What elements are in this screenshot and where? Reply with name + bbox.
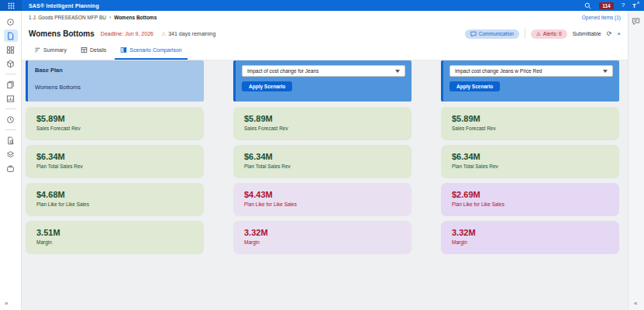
metric-label: Sales Forecast Rev [36, 126, 193, 131]
tab-details-label: Details [90, 47, 106, 53]
breadcrumb-current: Womens Bottoms [114, 15, 157, 20]
apps-grid-button[interactable] [0, 0, 22, 11]
sidebar-expand-button[interactable]: » [5, 300, 8, 307]
breadcrumb-parent[interactable]: 1 J. Goods PRESEASON MFP BU [29, 15, 106, 20]
metric-label: Sales Forecast Rev [244, 126, 401, 131]
sidebar-item-audit[interactable] [4, 134, 18, 146]
metric-value: $6.34M [244, 152, 401, 161]
days-remaining-text: 341 days remaining [168, 31, 215, 36]
top-app-bar: SAS® Intelligent Planning 114 ? T˄ [0, 0, 644, 11]
scenario1-header-card: Impact of cost change for Jeans Apply Sc… [233, 60, 412, 102]
metric-card: $4.68M Plan Like for Like Sales [26, 183, 204, 216]
metric-value: $2.69M [452, 190, 608, 199]
clock-icon [6, 115, 15, 124]
metric-card: $6.34M Plan Total Sales Rev [441, 145, 619, 178]
metric-value: $4.43M [244, 190, 401, 199]
sidebar-divider [5, 74, 16, 74]
apps-grid-icon [8, 2, 15, 9]
sidebar-item-plans[interactable] [4, 29, 18, 42]
metric-card: 3.51M Margin [26, 221, 204, 254]
metric-value: 3.32M [452, 228, 608, 237]
metric-value: 3.51M [36, 228, 193, 237]
layers-icon [6, 150, 15, 159]
scenario1-dropdown[interactable]: Impact of cost change for Jeans [242, 65, 405, 77]
metric-label: Plan Like for Like Sales [452, 202, 608, 207]
metric-label: Plan Total Sales Rev [244, 164, 401, 169]
tab-details[interactable]: Details [75, 43, 112, 60]
tab-scenario-comparison-label: Scenario Comparison [129, 47, 181, 53]
deadline-text: Deadline: Jun 9, 2026 [101, 31, 153, 36]
metric-label: Margin [36, 239, 193, 245]
left-sidebar: » [0, 11, 22, 310]
metric-label: Plan Total Sales Rev [36, 164, 193, 169]
notification-badge[interactable]: 114 [599, 2, 614, 9]
scenario-comparison-board: Base Plan Womens Bottoms $5.89M Sales Fo… [22, 60, 628, 310]
tab-summary[interactable]: Summary [29, 43, 72, 60]
base-plan-header-card[interactable]: Base Plan Womens Bottoms [26, 60, 204, 102]
metric-value: $6.34M [452, 152, 608, 161]
base-plan-title: Base Plan [35, 67, 197, 74]
chevron-up-icon: ˄ [637, 1, 639, 5]
metric-label: Plan Like for Like Sales [36, 202, 193, 207]
chevron-down-icon [603, 70, 608, 73]
scenario1-apply-button[interactable]: Apply Scenario [242, 81, 292, 91]
scenario1-column: Impact of cost change for Jeans Apply Sc… [233, 60, 412, 310]
scenario2-dropdown[interactable]: Impact cost change Jeans w Price Red [449, 65, 613, 77]
comments-panel-icon[interactable] [632, 17, 640, 26]
base-plan-column: Base Plan Womens Bottoms $5.89M Sales Fo… [26, 60, 204, 310]
tab-scenario-comparison[interactable]: Scenario Comparison [115, 43, 187, 60]
page-title: Womens Bottoms [29, 29, 95, 38]
alerts-badge[interactable]: ⚠ Alerts: 0 [531, 29, 567, 39]
briefcase-icon [6, 164, 15, 173]
metric-card: $5.89M Sales Forecast Rev [233, 107, 412, 140]
table-icon [81, 46, 88, 53]
app-title: SAS® Intelligent Planning [29, 3, 99, 9]
tab-summary-label: Summary [43, 47, 67, 53]
scenario2-apply-button[interactable]: Apply Scenario [449, 81, 500, 91]
metric-value: $5.89M [36, 114, 193, 123]
help-icon[interactable]: ? [622, 2, 625, 9]
metric-label: Plan Like for Like Sales [244, 202, 401, 207]
base-plan-subtitle: Womens Bottoms [35, 84, 197, 91]
sidebar-item-documents[interactable] [4, 78, 18, 91]
sidebar-item-workbench[interactable] [4, 43, 18, 56]
search-icon[interactable] [584, 2, 591, 9]
refresh-icon[interactable]: ⟳ [607, 30, 612, 37]
user-avatar[interactable]: T˄ [632, 2, 636, 9]
scenario2-column: Impact cost change Jeans w Price Red App… [441, 60, 619, 310]
sidebar-divider [5, 108, 16, 109]
summary-icon [34, 46, 41, 53]
scenario1-dropdown-value: Impact of cost change for Jeans [247, 68, 319, 74]
metric-value: $4.68M [36, 190, 193, 199]
close-icon[interactable]: × [617, 30, 621, 37]
metric-label: Margin [244, 239, 401, 245]
metric-card: $6.34M Plan Total Sales Rev [26, 145, 204, 178]
alerts-label: Alerts: 0 [543, 31, 562, 36]
metric-value: $5.89M [244, 114, 401, 123]
communication-label: Communication [479, 31, 514, 36]
sidebar-item-reports[interactable] [4, 92, 18, 105]
metric-value: $6.34M [36, 152, 193, 161]
cube-icon [6, 60, 15, 68]
tab-bar: Summary Details Scenario Comparison [22, 43, 628, 60]
copy-icon [6, 81, 15, 89]
bar-chart-icon [6, 95, 15, 103]
sidebar-item-jobs[interactable] [4, 162, 18, 174]
sidebar-divider [5, 129, 16, 130]
metric-label: Plan Total Sales Rev [452, 164, 608, 169]
home-icon [6, 18, 15, 26]
submittable-status: Submittable [573, 31, 601, 36]
warning-icon: ⚠ [161, 31, 166, 37]
opened-items-link[interactable]: Opened items (1) [582, 15, 621, 20]
sidebar-item-data[interactable] [4, 148, 18, 160]
right-rail: « [628, 11, 644, 310]
metric-value: 3.32M [244, 228, 401, 237]
metric-card: 3.32M Margin [233, 221, 412, 254]
rail-collapse-button[interactable]: « [634, 300, 637, 307]
sidebar-item-home[interactable] [4, 16, 18, 28]
communication-button[interactable]: Communication [465, 29, 519, 39]
sidebar-item-products[interactable] [4, 57, 18, 70]
page-header: Womens Bottoms Deadline: Jun 9, 2026 ⚠ 3… [22, 24, 628, 43]
sidebar-item-history[interactable] [4, 113, 18, 126]
metric-card: $6.34M Plan Total Sales Rev [233, 145, 412, 178]
